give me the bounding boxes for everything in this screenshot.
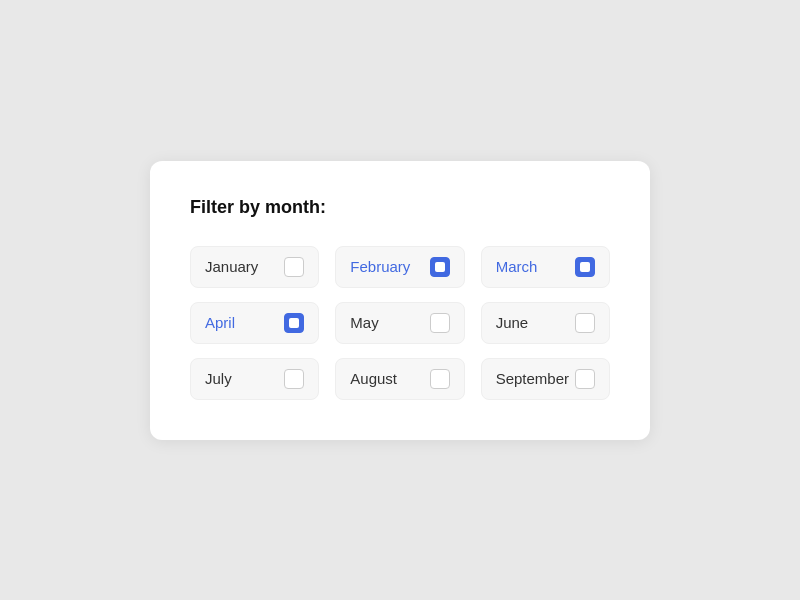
month-label-september: September xyxy=(496,370,569,387)
month-item-june[interactable]: June xyxy=(481,302,610,344)
month-checkbox-february[interactable] xyxy=(430,257,450,277)
month-label-august: August xyxy=(350,370,397,387)
month-item-september[interactable]: September xyxy=(481,358,610,400)
month-item-january[interactable]: January xyxy=(190,246,319,288)
month-item-april[interactable]: April xyxy=(190,302,319,344)
month-checkbox-august[interactable] xyxy=(430,369,450,389)
card-title: Filter by month: xyxy=(190,197,610,218)
month-label-april: April xyxy=(205,314,235,331)
filter-card: Filter by month: JanuaryFebruaryMarchApr… xyxy=(150,161,650,440)
month-checkbox-january[interactable] xyxy=(284,257,304,277)
month-label-may: May xyxy=(350,314,378,331)
month-item-february[interactable]: February xyxy=(335,246,464,288)
month-checkbox-september[interactable] xyxy=(575,369,595,389)
month-label-february: February xyxy=(350,258,410,275)
month-checkbox-april[interactable] xyxy=(284,313,304,333)
month-item-august[interactable]: August xyxy=(335,358,464,400)
month-item-july[interactable]: July xyxy=(190,358,319,400)
month-label-july: July xyxy=(205,370,232,387)
month-label-january: January xyxy=(205,258,258,275)
month-grid: JanuaryFebruaryMarchAprilMayJuneJulyAugu… xyxy=(190,246,610,400)
month-checkbox-june[interactable] xyxy=(575,313,595,333)
month-label-june: June xyxy=(496,314,529,331)
month-checkbox-july[interactable] xyxy=(284,369,304,389)
month-item-march[interactable]: March xyxy=(481,246,610,288)
month-label-march: March xyxy=(496,258,538,275)
month-checkbox-may[interactable] xyxy=(430,313,450,333)
month-item-may[interactable]: May xyxy=(335,302,464,344)
month-checkbox-march[interactable] xyxy=(575,257,595,277)
